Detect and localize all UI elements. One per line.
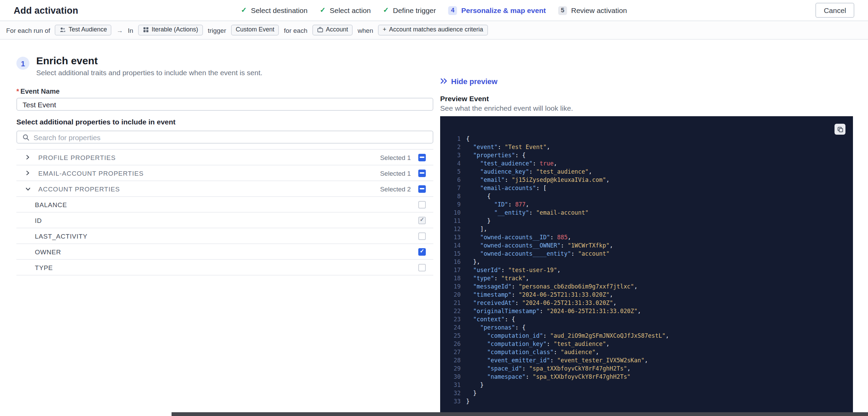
criteria-pill[interactable]: + Account matches audience criteria: [378, 24, 488, 36]
trigger-pill[interactable]: Custom Event: [231, 24, 279, 36]
section-label: ACCOUNT PROPERTIES: [38, 185, 120, 192]
property-row-type[interactable]: TYPE: [16, 260, 433, 276]
preview-subtitle: See what the enriched event will look li…: [440, 104, 853, 112]
step-define-trigger[interactable]: ✓ Define trigger: [383, 6, 436, 14]
destination-pill-label: Iterable (Actions): [152, 27, 198, 33]
code-line: 13 "owned-accounts__ID": 885,: [440, 233, 853, 241]
property-row-balance[interactable]: BALANCE: [16, 197, 433, 213]
code-line: 28 "event_emitter_id": "event_tester_IVX…: [440, 356, 853, 364]
selected-count: Selected 1: [380, 169, 411, 177]
section-label: PROFILE PROPERTIES: [38, 153, 116, 161]
entity-pill[interactable]: Account: [312, 24, 353, 36]
code-line: 9 "ID": 877,: [440, 200, 853, 209]
step-label: Review activation: [571, 6, 627, 14]
code-line: 23 "context": {: [440, 315, 853, 323]
section-email-account-properties[interactable]: EMAIL-ACCOUNT PROPERTIES Selected 1: [16, 165, 433, 181]
required-asterisk: *: [16, 88, 19, 95]
summary-in-label: In: [128, 26, 133, 34]
code-line: 5 "audience_key": "test_audience",: [440, 167, 853, 176]
copy-icon: [837, 126, 843, 132]
section-label: EMAIL-ACCOUNT PROPERTIES: [38, 169, 144, 177]
step-check-icon: ✓: [383, 7, 389, 14]
code-line: 17 "userId": "test-user-19",: [440, 266, 853, 274]
code-line: 33}: [440, 397, 853, 405]
account-icon: [317, 27, 323, 33]
section-checkbox-indeterminate[interactable]: [418, 185, 426, 192]
code-line: 26 "computation_key": "test_audience",: [440, 340, 853, 348]
section-profile-properties[interactable]: PROFILE PROPERTIES Selected 1: [16, 150, 433, 165]
code-line: 20 "timestamp": "2024-06-25T21:31:33.020…: [440, 291, 853, 299]
checkbox-unchecked[interactable]: [418, 264, 426, 271]
enrich-event-panel: 1 Enrich event Select additional traits …: [16, 40, 433, 276]
checkbox-checked-disabled[interactable]: ✓: [418, 216, 426, 224]
check-icon: ✓: [420, 217, 424, 223]
top-bar: Add activation ✓ Select destination ✓ Se…: [0, 0, 868, 21]
properties-search[interactable]: [16, 131, 433, 144]
step-check-icon: ✓: [241, 7, 247, 14]
criteria-pill-label: Account matches audience criteria: [389, 27, 483, 33]
property-row-id[interactable]: ID ✓: [16, 213, 433, 228]
step-label: Select destination: [251, 6, 308, 14]
properties-accordion: PROFILE PROPERTIES Selected 1 EMAIL-ACCO…: [16, 149, 433, 276]
destination-pill[interactable]: Iterable (Actions): [138, 24, 203, 36]
properties-search-input[interactable]: [33, 133, 427, 141]
code-line: 15 "owned-accounts____entity": "account": [440, 250, 853, 258]
add-activation-page: Add activation ✓ Select destination ✓ Se…: [0, 0, 868, 416]
summary-for-each-label: for each: [284, 26, 308, 34]
step-number-badge: 4: [448, 6, 457, 15]
step-select-destination[interactable]: ✓ Select destination: [241, 6, 308, 14]
code-line: 16 },: [440, 258, 853, 266]
section-account-properties[interactable]: ACCOUNT PROPERTIES Selected 2: [16, 181, 433, 197]
property-label: ID: [35, 216, 42, 224]
property-row-owner[interactable]: OWNER ✓: [16, 244, 433, 260]
check-icon: ✓: [420, 249, 424, 254]
preview-panel: Hide preview Preview Event See what the …: [440, 40, 853, 416]
event-name-input[interactable]: [16, 98, 433, 111]
checkbox-unchecked[interactable]: [418, 232, 426, 240]
code-line: 2 "event": "Test Event",: [440, 143, 853, 151]
step-number-badge: 5: [558, 6, 567, 15]
cancel-button[interactable]: Cancel: [816, 3, 854, 18]
activation-summary-bar: For each run of Test Audience → In Itera…: [0, 21, 868, 40]
enrich-title: Enrich event: [36, 56, 262, 66]
stepper: ✓ Select destination ✓ Select action ✓ D…: [241, 0, 627, 21]
selected-count: Selected 2: [380, 185, 411, 192]
code-line: 32 }: [440, 389, 853, 397]
code-line: 27 "computation_class": "audience",: [440, 348, 853, 356]
code-line: 18 "type": "track",: [440, 274, 853, 282]
step-number-circle: 1: [16, 57, 29, 70]
property-label: BALANCE: [35, 201, 67, 208]
page-title: Add activation: [14, 5, 78, 15]
section-checkbox-indeterminate[interactable]: [418, 169, 426, 177]
code-line: 25 "computation_id": "aud_2iO9m2gSFmJNXC…: [440, 332, 853, 340]
section-checkbox-indeterminate[interactable]: [418, 153, 426, 161]
audience-icon: [60, 27, 66, 33]
arrow-right-icon: →: [117, 26, 123, 34]
code-line: 19 "messageId": "personas_cb6zdbo6im9g7x…: [440, 282, 853, 291]
step-label: Personalize & map event: [461, 6, 546, 14]
code-line: 21 "receivedAt": "2024-06-25T21:31:33.02…: [440, 299, 853, 307]
selected-count: Selected 1: [380, 153, 411, 161]
step-check-icon: ✓: [320, 7, 326, 14]
audience-pill[interactable]: Test Audience: [55, 24, 112, 36]
code-line: 12 ],: [440, 225, 853, 233]
chevron-down-icon: [25, 186, 31, 191]
checkbox-checked[interactable]: ✓: [418, 248, 426, 255]
code-line: 30 "namespace": "spa_tXXbfoyvCkY8rF47ghH…: [440, 373, 853, 381]
step-select-action[interactable]: ✓ Select action: [320, 6, 371, 14]
checkbox-unchecked[interactable]: [418, 201, 426, 208]
property-row-last-activity[interactable]: LAST_ACTIVITY: [16, 228, 433, 244]
enrich-step-header: 1 Enrich event Select additional traits …: [16, 56, 433, 77]
additional-properties-label: Select additional properties to include …: [16, 118, 433, 126]
bottom-edge-strip: [172, 412, 868, 416]
enrich-subtitle: Select additional traits and properties …: [36, 68, 262, 77]
step-personalize-map-event[interactable]: 4 Personalize & map event: [448, 6, 546, 15]
copy-button[interactable]: [835, 124, 845, 135]
hide-preview-label: Hide preview: [451, 77, 498, 85]
code-line: 1{: [440, 135, 853, 143]
step-label: Select action: [330, 6, 371, 14]
preview-title: Preview Event: [440, 94, 853, 103]
step-review-activation[interactable]: 5 Review activation: [558, 6, 627, 15]
hide-preview-link[interactable]: Hide preview: [440, 77, 498, 85]
code-line: 6 "email": "j15iZysedp@k1euxaIVia.com",: [440, 176, 853, 184]
